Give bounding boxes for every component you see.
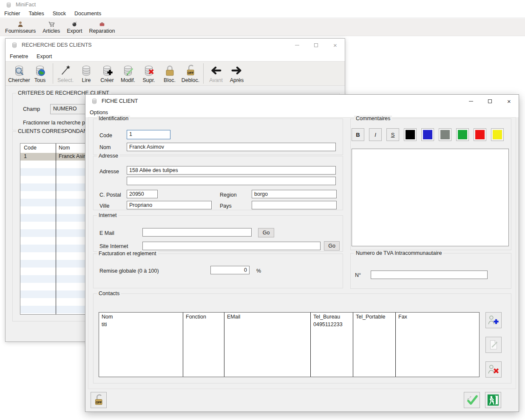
code-label: Code bbox=[99, 132, 112, 138]
menu-fenetre[interactable]: Fenetre bbox=[6, 53, 32, 60]
db-pencil-icon bbox=[122, 64, 134, 77]
contacts-column[interactable]: EMail bbox=[224, 313, 311, 377]
search-titlebar[interactable]: RECHERCHE DES CLIENTS × bbox=[6, 39, 345, 51]
contacts-cell[interactable] bbox=[396, 321, 479, 322]
ville-label: Ville bbox=[99, 203, 109, 209]
color-swatch-button[interactable] bbox=[456, 128, 469, 141]
column-header[interactable]: Nom bbox=[59, 145, 70, 151]
fiche-window-title: FICHE CLIENT bbox=[102, 98, 138, 104]
contacts-column-header[interactable]: Tel_Bureau bbox=[311, 313, 353, 321]
close-button[interactable]: × bbox=[499, 95, 519, 107]
color-swatch bbox=[458, 130, 467, 139]
underline-button[interactable]: S bbox=[386, 128, 399, 141]
export-icon bbox=[71, 21, 78, 28]
color-swatch-button[interactable] bbox=[474, 128, 486, 141]
site-go-button[interactable]: Go bbox=[324, 241, 340, 251]
color-swatch bbox=[423, 130, 432, 139]
contacts-column-header[interactable]: Fonction bbox=[183, 313, 224, 321]
pays-label: Pays bbox=[220, 203, 232, 209]
remise-label: Remise globale (0 à 100) bbox=[99, 268, 159, 274]
creer-button[interactable]: Créer bbox=[97, 64, 117, 83]
maximize-button[interactable] bbox=[480, 95, 499, 107]
unlock-record-button[interactable]: OFF bbox=[91, 392, 107, 408]
contacts-table[interactable]: NomtitiFonctionEMailTel_Bureau0495112233… bbox=[99, 312, 480, 377]
menu-options[interactable]: Options bbox=[85, 109, 112, 116]
color-swatch-button[interactable] bbox=[491, 128, 504, 141]
pays-input[interactable] bbox=[252, 201, 337, 209]
db-icon bbox=[80, 64, 93, 77]
adresse-label: Adresse bbox=[99, 169, 119, 175]
tva-group: Numero de TVA Intracommunautaire N° bbox=[350, 253, 511, 289]
column-header[interactable]: Code bbox=[24, 145, 37, 151]
close-button[interactable]: × bbox=[326, 39, 345, 51]
contacts-cell[interactable] bbox=[183, 321, 224, 322]
contacts-column[interactable]: Tel_Bureau0495112233 bbox=[311, 313, 353, 377]
maximize-button[interactable] bbox=[306, 39, 326, 51]
region-input[interactable]: borgo bbox=[252, 190, 337, 198]
app-toolbar: Fournisseurs Articles Export Reparation bbox=[0, 19, 525, 36]
menu-export[interactable]: Export bbox=[32, 53, 56, 60]
internet-group: Internet E Mail Go Site Internet Go bbox=[93, 215, 343, 252]
nom-input[interactable]: Franck Asimov bbox=[127, 143, 336, 151]
contacts-column-header[interactable]: Fax bbox=[396, 313, 479, 321]
articles-button[interactable]: Articles bbox=[39, 20, 63, 35]
contacts-column-header[interactable]: EMail bbox=[224, 313, 310, 321]
tous-button[interactable]: Tous bbox=[30, 64, 50, 83]
contacts-column[interactable]: Nomtiti bbox=[99, 313, 183, 377]
contacts-cell[interactable]: titi bbox=[99, 321, 183, 328]
export-button[interactable]: Export bbox=[63, 20, 85, 35]
color-swatch-button[interactable] bbox=[404, 128, 417, 141]
menu-documents[interactable]: Documents bbox=[70, 10, 105, 17]
contacts-cell[interactable]: 0495112233 bbox=[311, 321, 353, 328]
svg-text:OFF: OFF bbox=[96, 401, 102, 404]
bloc-button[interactable]: Bloc. bbox=[159, 64, 180, 83]
bold-button[interactable]: B bbox=[352, 128, 364, 141]
contacts-cell[interactable] bbox=[224, 321, 310, 322]
contacts-column-header[interactable]: Nom bbox=[99, 313, 183, 321]
contacts-column-header[interactable]: Tel_Portable bbox=[353, 313, 395, 321]
color-swatch-button[interactable] bbox=[421, 128, 434, 141]
fiche-titlebar[interactable]: FICHE CLIENT × bbox=[85, 95, 519, 107]
search-menubar: Fenetre Export bbox=[6, 51, 345, 61]
menu-stock[interactable]: Stock bbox=[48, 10, 70, 17]
adresse-line1-input[interactable]: 158 Allée des tulipes bbox=[127, 166, 336, 175]
chercher-button[interactable]: Chercher bbox=[9, 64, 29, 83]
add-contact-button[interactable] bbox=[485, 312, 502, 328]
menu-fichier[interactable]: Fichier bbox=[0, 10, 25, 17]
lire-button[interactable]: Lire bbox=[76, 64, 96, 83]
menu-tables[interactable]: Tables bbox=[25, 10, 48, 17]
tva-n-label: N° bbox=[355, 272, 361, 278]
fournisseurs-button[interactable]: Fournisseurs bbox=[2, 20, 39, 35]
validate-button[interactable] bbox=[464, 392, 480, 408]
minimize-button[interactable] bbox=[461, 95, 480, 107]
edit-icon bbox=[487, 338, 500, 351]
color-swatch-button[interactable] bbox=[439, 128, 451, 141]
modif-button[interactable]: Modif. bbox=[118, 64, 138, 83]
contacts-column[interactable]: Tel_Portable bbox=[353, 313, 396, 377]
delete-contact-button[interactable] bbox=[485, 361, 502, 378]
facturation-group: Facturation et reglement Remise globale … bbox=[93, 254, 343, 288]
adresse-line2-input[interactable] bbox=[127, 177, 336, 185]
tva-input[interactable] bbox=[371, 271, 488, 279]
minimize-button[interactable] bbox=[287, 39, 306, 51]
comment-textarea[interactable] bbox=[352, 149, 509, 246]
apres-button[interactable]: Après bbox=[227, 64, 247, 83]
debloc-button[interactable]: OFF Debloc. bbox=[180, 64, 201, 83]
supr-button[interactable]: Supr. bbox=[139, 64, 159, 83]
email-go-button[interactable]: Go bbox=[258, 228, 274, 237]
nom-label: Nom bbox=[99, 144, 111, 150]
contacts-column[interactable]: Fax bbox=[396, 313, 479, 377]
cpostal-input[interactable]: 20950 bbox=[127, 190, 158, 198]
ville-input[interactable]: Propriano bbox=[127, 201, 212, 209]
email-input[interactable] bbox=[142, 228, 252, 237]
contacts-column[interactable]: Fonction bbox=[183, 313, 224, 377]
remise-input[interactable]: 0 bbox=[210, 266, 250, 274]
contacts-cell[interactable] bbox=[353, 321, 395, 322]
code-input[interactable]: 1 bbox=[127, 130, 170, 139]
reparation-button[interactable]: Reparation bbox=[85, 20, 118, 35]
site-input[interactable] bbox=[142, 242, 321, 250]
app-titlebar: MiniFact bbox=[0, 0, 525, 9]
exit-button[interactable] bbox=[485, 392, 501, 408]
commentaires-group: Commentaires B I S bbox=[350, 118, 511, 250]
italic-button[interactable]: I bbox=[369, 128, 382, 141]
